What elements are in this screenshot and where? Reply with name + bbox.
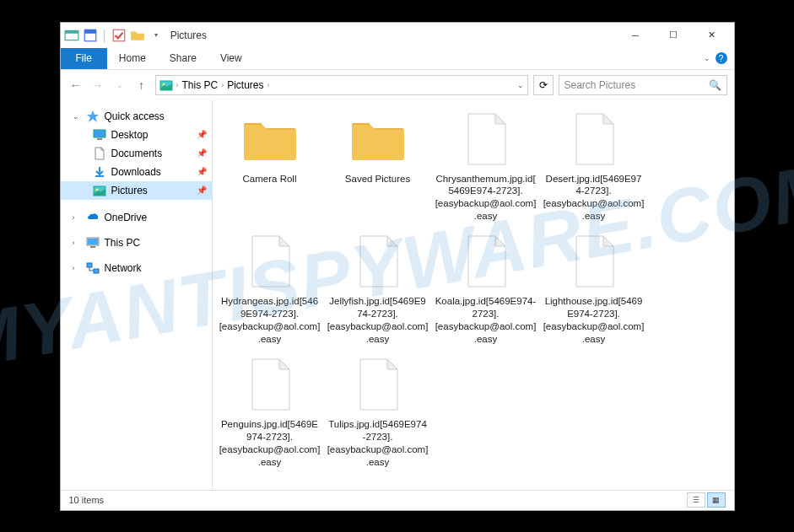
file-item[interactable]: Koala.jpg.id[5469E974-2723].[easybackup@… xyxy=(435,233,537,346)
nav-desktop-label: Desktop xyxy=(111,129,149,141)
nav-pictures[interactable]: Pictures 📌 xyxy=(61,181,212,200)
svg-rect-16 xyxy=(94,269,99,273)
qat-check-icon[interactable] xyxy=(111,28,127,43)
file-icon xyxy=(556,110,632,169)
up-button[interactable]: ↑ xyxy=(133,77,150,94)
breadcrumb[interactable]: › This PC › Pictures › ⌄ xyxy=(155,75,528,95)
forward-button[interactable]: → xyxy=(89,77,106,94)
star-icon xyxy=(86,110,100,123)
item-label: Koala.jpg.id[5469E974-2723].[easybackup@… xyxy=(435,295,537,346)
svg-rect-14 xyxy=(90,246,95,248)
nav-thispc[interactable]: › This PC xyxy=(61,234,212,252)
search-input[interactable]: Search Pictures 🔍 xyxy=(559,75,727,95)
desktop-icon xyxy=(93,128,106,142)
nav-network[interactable]: › Network xyxy=(61,259,212,277)
back-button[interactable]: ← xyxy=(68,77,84,94)
svg-rect-3 xyxy=(84,30,96,34)
folder-small-icon[interactable] xyxy=(130,28,145,43)
nav-pane: ⌄ Quick access Desktop 📌 Documents 📌 Dow xyxy=(61,100,213,490)
pin-icon: 📌 xyxy=(197,185,207,195)
folder-icon xyxy=(340,110,416,169)
folder-item[interactable]: Camera Roll xyxy=(219,110,321,223)
chevron-down-icon[interactable]: ⌄ xyxy=(517,81,524,89)
thispc-icon xyxy=(86,236,100,250)
file-icon xyxy=(232,356,308,415)
svg-rect-7 xyxy=(94,130,105,137)
file-item[interactable]: Jellyfish.jpg.id[5469E974-2723].[easybac… xyxy=(327,233,429,346)
file-tab[interactable]: File xyxy=(61,48,107,69)
pictures-bc-icon xyxy=(159,78,173,92)
properties-icon[interactable] xyxy=(83,28,98,43)
breadcrumb-pictures[interactable]: Pictures xyxy=(227,79,263,91)
onedrive-icon xyxy=(86,211,100,224)
nav-downloads-label: Downloads xyxy=(111,166,161,178)
recent-dropdown-icon[interactable]: ⌄ xyxy=(111,77,128,94)
file-list[interactable]: Camera RollSaved PicturesChrysanthemum.j… xyxy=(213,100,734,490)
file-item[interactable]: Tulips.jpg.id[5469E974-2723].[easybackup… xyxy=(327,356,429,469)
item-label: Chrysanthemum.jpg.id[5469E974-2723].[eas… xyxy=(435,173,537,223)
tab-share[interactable]: Share xyxy=(158,48,208,69)
pin-icon: 📌 xyxy=(197,130,207,139)
svg-rect-9 xyxy=(95,175,104,177)
svg-rect-4 xyxy=(113,30,125,41)
qat-dropdown-icon[interactable]: ▾ xyxy=(149,28,164,43)
nav-onedrive[interactable]: › OneDrive xyxy=(61,208,212,227)
folder-item[interactable]: Saved Pictures xyxy=(327,110,429,223)
maximize-button[interactable]: ☐ xyxy=(655,23,693,48)
item-label: Tulips.jpg.id[5469E974-2723].[easybackup… xyxy=(327,418,429,469)
collapse-icon[interactable]: ⌄ xyxy=(73,112,81,121)
window-title: Pictures xyxy=(170,30,207,41)
file-icon xyxy=(448,110,524,169)
details-view-button[interactable]: ☰ xyxy=(687,492,705,508)
explorer-icon xyxy=(64,28,79,43)
item-label: Penguins.jpg.id[5469E974-2723].[easyback… xyxy=(219,418,321,469)
nav-onedrive-label: OneDrive xyxy=(105,212,148,223)
help-icon[interactable]: ? xyxy=(716,52,727,64)
expand-icon[interactable]: › xyxy=(73,239,81,247)
statusbar: 10 items ☰ ▦ xyxy=(61,490,734,510)
item-label: Desert.jpg.id[5469E974-2723].[easybackup… xyxy=(543,173,645,223)
address-bar: ← → ⌄ ↑ › This PC › Pictures › ⌄ ⟳ Searc… xyxy=(61,70,734,100)
nav-desktop[interactable]: Desktop 📌 xyxy=(61,126,212,144)
minimize-button[interactable]: ─ xyxy=(617,23,655,48)
file-icon xyxy=(448,233,524,292)
file-icon xyxy=(340,233,416,292)
nav-quick-access[interactable]: ⌄ Quick access xyxy=(61,107,212,126)
search-icon: 🔍 xyxy=(709,79,721,91)
file-item[interactable]: Chrysanthemum.jpg.id[5469E974-2723].[eas… xyxy=(435,110,537,223)
file-icon xyxy=(556,233,632,292)
nav-quick-label: Quick access xyxy=(105,110,165,122)
svg-rect-1 xyxy=(65,30,78,33)
file-item[interactable]: Desert.jpg.id[5469E974-2723].[easybackup… xyxy=(543,110,645,223)
ribbon-expand-icon[interactable]: ⌄ xyxy=(704,54,710,62)
expand-icon[interactable]: › xyxy=(73,213,81,222)
network-icon xyxy=(86,261,100,275)
svg-rect-15 xyxy=(87,263,92,267)
tab-view[interactable]: View xyxy=(208,48,254,69)
ribbon: File Home Share View ⌄ ? xyxy=(61,48,734,70)
downloads-icon xyxy=(93,165,106,179)
nav-documents[interactable]: Documents 📌 xyxy=(61,144,212,163)
large-icons-view-button[interactable]: ▦ xyxy=(707,492,726,508)
titlebar: | ▾ Pictures ─ ☐ ✕ xyxy=(61,23,734,48)
file-icon xyxy=(340,356,416,415)
file-item[interactable]: Hydrangeas.jpg.id[5469E974-2723].[easyba… xyxy=(219,233,321,346)
nav-documents-label: Documents xyxy=(111,148,163,159)
nav-downloads[interactable]: Downloads 📌 xyxy=(61,163,212,181)
close-button[interactable]: ✕ xyxy=(693,23,731,48)
search-placeholder: Search Pictures xyxy=(564,79,636,91)
folder-icon xyxy=(232,110,308,169)
breadcrumb-thispc[interactable]: This PC xyxy=(182,79,219,91)
refresh-button[interactable]: ⟳ xyxy=(533,75,554,95)
status-count: 10 items xyxy=(69,495,105,505)
expand-icon[interactable]: › xyxy=(73,264,81,272)
item-label: Camera Roll xyxy=(243,173,297,185)
item-label: Lighthouse.jpg.id[5469E974-2723].[easyba… xyxy=(543,295,645,346)
file-item[interactable]: Penguins.jpg.id[5469E974-2723].[easyback… xyxy=(219,356,321,469)
file-item[interactable]: Lighthouse.jpg.id[5469E974-2723].[easyba… xyxy=(543,233,645,346)
nav-thispc-label: This PC xyxy=(105,237,141,249)
tab-home[interactable]: Home xyxy=(107,48,158,69)
documents-icon xyxy=(93,147,106,160)
svg-rect-13 xyxy=(88,239,98,245)
pin-icon: 📌 xyxy=(197,167,207,176)
